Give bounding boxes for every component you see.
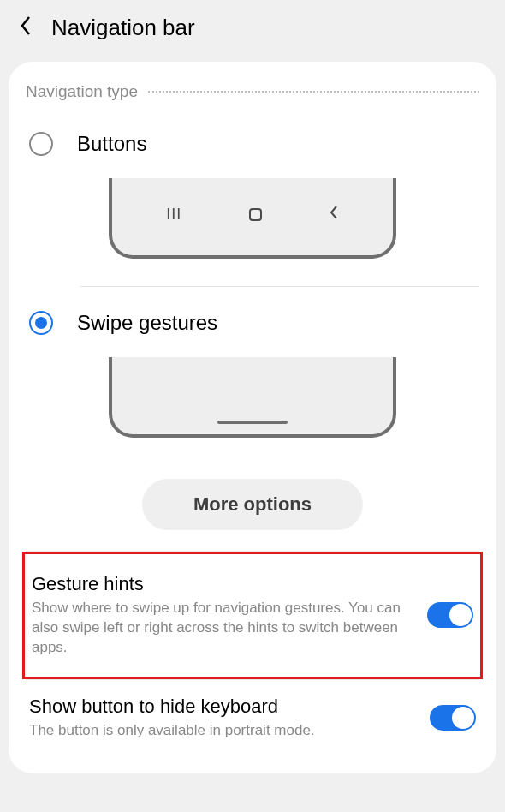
page-title: Navigation bar: [51, 15, 195, 41]
recents-icon: III: [166, 206, 181, 224]
gesture-hints-desc: Show where to swipe up for navigation ge…: [32, 599, 412, 658]
hide-keyboard-title: Show button to hide keyboard: [29, 696, 414, 718]
settings-card: Navigation type Buttons III Swipe gestur…: [9, 62, 496, 773]
dotted-divider: [148, 91, 479, 93]
option-gestures-label: Swipe gestures: [77, 311, 217, 335]
option-buttons-label: Buttons: [77, 132, 146, 156]
home-icon: [249, 208, 262, 221]
gesture-hints-title: Gesture hints: [32, 573, 412, 595]
phone-frame-icon: III: [109, 178, 396, 259]
app-header: Navigation bar: [0, 0, 505, 55]
navback-icon: [329, 205, 339, 224]
hide-keyboard-row[interactable]: Show button to hide keyboard The button …: [26, 680, 479, 756]
section-label: Navigation type: [26, 82, 138, 101]
gesture-hints-toggle[interactable]: [427, 602, 473, 628]
divider: [80, 286, 479, 287]
section-header: Navigation type: [26, 82, 479, 101]
radio-unselected-icon[interactable]: [29, 132, 53, 156]
radio-selected-icon[interactable]: [29, 311, 53, 335]
hide-keyboard-desc: The button is only available in portrait…: [29, 721, 414, 741]
buttons-preview: III: [26, 163, 479, 286]
more-options-button[interactable]: More options: [142, 479, 363, 530]
gesture-hints-row[interactable]: Gesture hints Show where to swipe up for…: [28, 558, 477, 673]
phone-frame-icon: [109, 357, 396, 438]
gestures-preview: [26, 342, 479, 438]
highlight-box: Gesture hints Show where to swipe up for…: [22, 552, 483, 679]
back-icon[interactable]: [17, 14, 34, 41]
gesture-bar-icon: [217, 421, 288, 424]
hide-keyboard-toggle[interactable]: [430, 705, 476, 731]
gesture-hints-text: Gesture hints Show where to swipe up for…: [32, 573, 412, 658]
hide-keyboard-text: Show button to hide keyboard The button …: [29, 696, 414, 741]
option-buttons-row[interactable]: Buttons: [26, 125, 479, 163]
more-options-wrap: More options: [26, 438, 479, 530]
option-gestures-row[interactable]: Swipe gestures: [26, 304, 479, 342]
